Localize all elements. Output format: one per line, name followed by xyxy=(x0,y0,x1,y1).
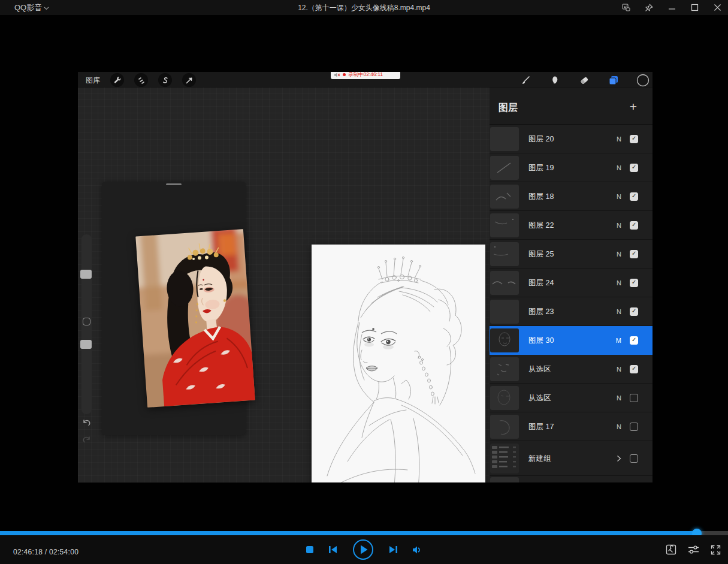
volume-button[interactable] xyxy=(412,545,422,554)
fullscreen-button[interactable] xyxy=(711,545,721,555)
layer-row-selected[interactable]: 图层 30 M xyxy=(490,326,653,355)
mini-mode-button[interactable] xyxy=(621,3,631,13)
layer-thumbnail xyxy=(490,357,519,381)
layers-panel-button[interactable] xyxy=(606,73,620,87)
actions-button[interactable] xyxy=(110,73,124,87)
recording-dot xyxy=(343,73,346,76)
blend-mode-button[interactable]: N xyxy=(617,222,621,229)
smudge-tool-button[interactable] xyxy=(548,73,561,87)
previous-button[interactable] xyxy=(328,545,338,554)
blend-mode-button[interactable]: N xyxy=(617,193,621,200)
layer-visibility-checkbox[interactable] xyxy=(630,221,638,230)
blend-mode-button[interactable]: N xyxy=(617,279,621,286)
color-picker-button[interactable] xyxy=(636,73,650,87)
layer-visibility-checkbox[interactable] xyxy=(630,394,638,402)
brush-tool-button[interactable] xyxy=(518,73,532,87)
recording-text: 录制中02:46:11 xyxy=(348,72,383,79)
maximize-icon xyxy=(691,4,699,11)
layer-row[interactable]: 图层 24 N xyxy=(490,269,653,297)
brush-size-slider[interactable] xyxy=(80,270,92,279)
layer-name: 图层 22 xyxy=(528,220,554,230)
layer-visibility-checkbox[interactable] xyxy=(630,279,638,287)
redo-button[interactable] xyxy=(82,435,91,443)
gallery-button[interactable]: 图库 xyxy=(86,76,100,86)
maximize-button[interactable] xyxy=(690,3,699,13)
blend-mode-button[interactable]: N xyxy=(617,135,621,143)
blend-mode-button[interactable]: N xyxy=(617,423,621,430)
screenshot-button[interactable] xyxy=(666,544,676,555)
layer-visibility-checkbox[interactable] xyxy=(630,307,638,316)
blend-mode-button[interactable]: N xyxy=(617,308,621,315)
blend-mode-button[interactable]: N xyxy=(617,251,621,258)
add-layer-button[interactable]: + xyxy=(630,99,637,114)
eraser-tool-button[interactable] xyxy=(577,73,591,87)
blend-mode-button[interactable]: N xyxy=(617,366,621,373)
pin-button[interactable] xyxy=(644,3,654,13)
layer-visibility-checkbox[interactable] xyxy=(630,164,638,172)
layer-row-partial[interactable] xyxy=(490,476,653,482)
layer-thumbnail xyxy=(490,185,519,209)
brush-opacity-slider[interactable] xyxy=(80,340,92,349)
blend-mode-button[interactable]: N xyxy=(617,164,621,171)
layer-visibility-checkbox[interactable] xyxy=(630,423,638,431)
adjustments-button[interactable] xyxy=(134,73,148,87)
layer-row[interactable]: 图层 18 N xyxy=(490,182,653,211)
reference-photo-image xyxy=(135,229,255,408)
selection-s-icon xyxy=(161,76,170,85)
layer-name: 图层 19 xyxy=(528,162,554,173)
layer-name: 从选区 xyxy=(528,364,551,374)
previous-icon xyxy=(328,545,338,554)
group-visibility-checkbox[interactable] xyxy=(630,454,638,463)
layer-thumbnail xyxy=(490,477,519,482)
next-button[interactable] xyxy=(388,545,398,554)
smudge-finger-icon xyxy=(549,75,560,86)
layer-row[interactable]: 从选区 N xyxy=(490,384,653,412)
group-expand-chevron[interactable] xyxy=(617,455,621,462)
layer-thumbnail xyxy=(490,213,519,237)
layer-name: 从选区 xyxy=(528,393,551,403)
minimize-button[interactable] xyxy=(667,3,676,13)
redo-icon xyxy=(82,435,91,443)
blend-mode-button[interactable]: M xyxy=(616,337,621,344)
reference-photo[interactable] xyxy=(135,229,255,408)
seek-bar[interactable] xyxy=(0,531,728,535)
layer-row[interactable]: 图层 22 N xyxy=(490,211,653,240)
layer-row[interactable]: 图层 19 N xyxy=(490,153,653,182)
layer-row[interactable]: 图层 23 N xyxy=(490,297,653,326)
layer-name: 图层 20 xyxy=(528,134,554,144)
layer-visibility-checkbox[interactable] xyxy=(630,250,638,258)
right-controls xyxy=(666,535,721,564)
layer-visibility-checkbox[interactable] xyxy=(630,365,638,373)
close-icon xyxy=(714,4,721,11)
transform-button[interactable] xyxy=(182,73,196,87)
layer-group-row[interactable]: 新建组 xyxy=(490,441,653,476)
layer-visibility-checkbox[interactable] xyxy=(630,135,638,143)
sidebar-modify-button[interactable] xyxy=(83,318,90,325)
layer-thumbnail xyxy=(490,300,519,324)
selection-button[interactable] xyxy=(158,73,172,87)
layer-name: 图层 17 xyxy=(528,421,554,432)
group-thumbnail xyxy=(490,444,519,473)
fullscreen-icon xyxy=(711,545,721,555)
layer-row[interactable]: 图层 17 N xyxy=(490,412,653,441)
blend-mode-button[interactable]: N xyxy=(617,394,621,402)
layer-visibility-checkbox[interactable] xyxy=(630,336,638,345)
video-frame[interactable]: 图库 xyxy=(78,72,653,482)
settings-button[interactable] xyxy=(688,545,699,554)
layer-visibility-checkbox[interactable] xyxy=(630,192,638,201)
layer-row[interactable]: 图层 25 N xyxy=(490,240,653,269)
layer-row[interactable]: 从选区 N xyxy=(490,355,653,384)
layer-row[interactable]: 图层 20 N xyxy=(490,125,653,153)
layer-name: 图层 25 xyxy=(528,249,554,259)
time-display: 02:46:18 / 02:54:00 xyxy=(13,548,78,556)
undo-button[interactable] xyxy=(82,418,91,426)
layer-thumbnail xyxy=(490,127,519,151)
line-art-drawing xyxy=(312,245,485,482)
player-control-bar: 02:46:18 / 02:54:00 xyxy=(0,535,728,564)
play-button[interactable] xyxy=(352,539,374,560)
stop-button[interactable] xyxy=(306,545,314,554)
drawing-canvas[interactable] xyxy=(312,245,485,482)
screenshot-icon xyxy=(666,544,676,555)
close-button[interactable] xyxy=(712,3,722,13)
reference-panel-handle[interactable] xyxy=(166,183,182,185)
